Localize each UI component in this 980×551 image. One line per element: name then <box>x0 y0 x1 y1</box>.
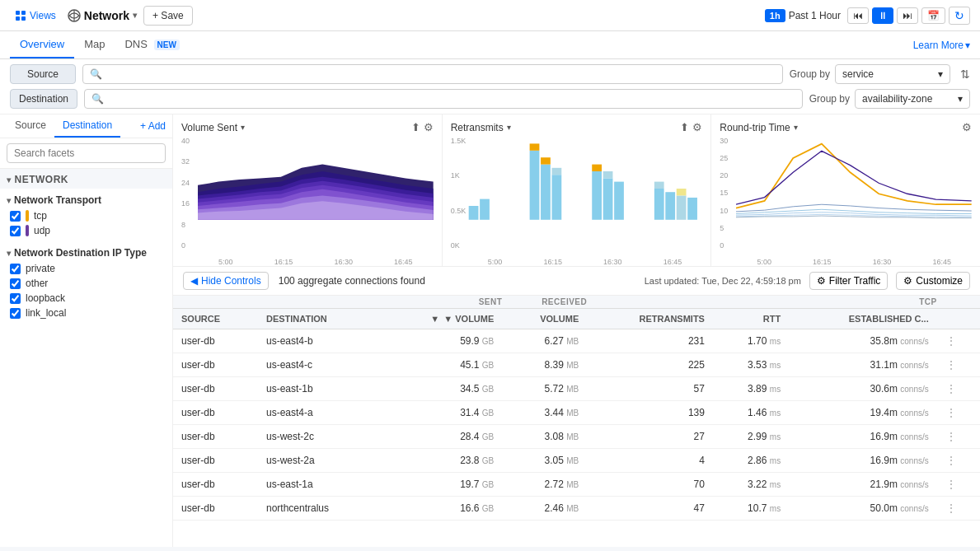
cell-menu[interactable]: ⋮ <box>937 473 980 497</box>
cell-menu[interactable]: ⋮ <box>937 329 980 353</box>
sidebar-tab-destination[interactable]: Destination <box>54 114 120 138</box>
cell-sent-volume: 31.4 GB <box>379 401 502 425</box>
cell-rtt: 3.89 ms <box>713 377 789 401</box>
volume-settings-button[interactable]: ⚙ <box>424 121 434 133</box>
views-button[interactable]: Views <box>10 7 61 25</box>
facet-private-label: private <box>26 263 55 274</box>
facet-tcp-checkbox[interactable] <box>10 211 21 222</box>
dns-new-badge: NEW <box>154 40 180 50</box>
sidebar-tabs: Source Destination + Add <box>0 114 172 138</box>
retransmits-chart-svg <box>467 137 703 220</box>
destination-input[interactable]: 🔍 <box>84 89 803 109</box>
transport-chevron-icon: ▾ <box>7 196 11 205</box>
cell-source: user-db <box>173 353 258 377</box>
volume-chart-panel: Volume Sent ▾ ⬆ ⚙ 4032241680 <box>173 114 443 266</box>
facet-private-checkbox[interactable] <box>10 264 21 274</box>
title-chevron-icon[interactable]: ▾ <box>133 11 137 20</box>
rtt-settings-button[interactable]: ⚙ <box>962 121 972 133</box>
col-rtt[interactable]: RTT <box>713 309 789 329</box>
search-facets-container <box>0 138 172 169</box>
refresh-button[interactable]: ↻ <box>949 7 970 25</box>
sort-icon[interactable]: ⇅ <box>960 68 970 81</box>
learn-more-chevron-icon: ▾ <box>965 40 970 51</box>
cell-recv-volume: 2.46 MB <box>502 497 587 521</box>
dest-ip-type-section: ▾ Network Destination IP Type private ot… <box>0 241 172 324</box>
cell-menu[interactable]: ⋮ <box>937 449 980 473</box>
col-established[interactable]: ESTABLISHED C... <box>789 309 937 329</box>
col-retransmits[interactable]: RETRANSMITS <box>587 309 713 329</box>
cell-menu[interactable]: ⋮ <box>937 401 980 425</box>
page-title: Network <box>84 9 129 22</box>
facet-other-checkbox[interactable] <box>10 278 21 289</box>
filter-icon: ⚙ <box>817 275 826 287</box>
views-icon <box>15 10 26 21</box>
cell-recv-volume: 8.39 MB <box>502 353 587 377</box>
cell-destination: us-east4-c <box>258 353 379 377</box>
volume-dropdown-icon[interactable]: ▾ <box>241 123 245 132</box>
retransmits-dropdown-icon[interactable]: ▾ <box>507 123 511 132</box>
cell-retransmits: 70 <box>587 473 713 497</box>
table-row: user-db northcentralus 16.6 GB 2.46 MB 4… <box>173 497 980 521</box>
dest-ip-type-header[interactable]: ▾ Network Destination IP Type <box>7 245 166 261</box>
time-label: Past 1 Hour <box>789 10 841 21</box>
col-source[interactable]: SOURCE <box>173 309 258 329</box>
source-input[interactable]: 🔍 <box>82 64 783 84</box>
calendar-button[interactable]: 📅 <box>921 7 945 24</box>
save-button[interactable]: + Save <box>143 6 193 26</box>
col-volume[interactable]: ▼ ▼ VOLUME <box>379 309 502 329</box>
svg-rect-1 <box>21 11 26 15</box>
facet-tcp-label: tcp <box>34 210 47 222</box>
network-transport-header[interactable]: ▾ Network Transport <box>7 192 166 208</box>
cell-recv-volume: 3.08 MB <box>502 425 587 449</box>
customize-icon: ⚙ <box>903 275 912 287</box>
cell-destination: northcentralus <box>258 497 379 521</box>
svg-rect-31 <box>676 189 686 195</box>
destination-group-by-select[interactable]: availability-zone ▾ <box>855 89 970 109</box>
source-label: Source <box>10 64 76 84</box>
add-facet-button[interactable]: + Add <box>140 114 166 138</box>
retransmits-settings-button[interactable]: ⚙ <box>692 121 702 133</box>
cell-menu[interactable]: ⋮ <box>937 425 980 449</box>
cell-menu[interactable]: ⋮ <box>937 353 980 377</box>
source-group-chevron-icon: ▾ <box>938 68 943 80</box>
tab-map[interactable]: Map <box>74 31 115 58</box>
search-facets-input[interactable] <box>7 143 166 163</box>
cell-established: 50.0m conns/s <box>789 497 937 521</box>
cell-destination: us-west-2c <box>258 425 379 449</box>
svg-rect-0 <box>16 11 20 15</box>
pause-button[interactable]: ⏸ <box>872 7 893 24</box>
destination-group-chevron-icon: ▾ <box>958 93 963 105</box>
facet-private: private <box>7 261 166 276</box>
cell-recv-volume: 3.05 MB <box>502 449 587 473</box>
col-received-volume[interactable]: VOLUME <box>502 309 587 329</box>
skip-forward-button[interactable]: ⏭ <box>897 7 918 24</box>
source-group-by-select[interactable]: service ▾ <box>835 64 950 84</box>
top-bar: Views Network ▾ + Save 1h Past 1 Hour ⏮ … <box>0 0 980 31</box>
customize-button[interactable]: ⚙ Customize <box>896 272 970 290</box>
hide-controls-icon: ◀ <box>190 275 198 287</box>
cell-sent-volume: 34.5 GB <box>379 377 502 401</box>
tab-overview[interactable]: Overview <box>10 31 74 58</box>
filter-traffic-button[interactable]: ⚙ Filter Traffic <box>809 272 888 290</box>
cell-menu[interactable]: ⋮ <box>937 377 980 401</box>
learn-more-button[interactable]: Learn More ▾ <box>913 40 970 51</box>
facet-loopback-checkbox[interactable] <box>10 293 21 304</box>
cell-retransmits: 27 <box>587 425 713 449</box>
filter-area: Source 🔍 Group by service ▾ ⇅ Destinatio… <box>0 59 980 114</box>
volume-export-button[interactable]: ⬆ <box>411 121 420 133</box>
skip-back-button[interactable]: ⏮ <box>847 7 869 24</box>
cell-source: user-db <box>173 449 258 473</box>
sidebar-tab-source[interactable]: Source <box>7 114 54 138</box>
facet-link-local-checkbox[interactable] <box>10 308 21 319</box>
tab-dns[interactable]: DNS NEW <box>115 31 189 58</box>
cell-menu[interactable]: ⋮ <box>937 497 980 521</box>
hide-controls-button[interactable]: ◀ Hide Controls <box>183 272 269 290</box>
network-section-chevron-icon: ▾ <box>7 175 12 184</box>
rtt-chart-title: Round-trip Time <box>720 122 790 133</box>
rtt-dropdown-icon[interactable]: ▾ <box>794 123 798 132</box>
retransmits-export-button[interactable]: ⬆ <box>680 121 689 133</box>
facet-loopback: loopback <box>7 291 166 306</box>
facet-other-label: other <box>26 278 48 289</box>
facet-udp-checkbox[interactable] <box>10 226 21 236</box>
col-destination[interactable]: DESTINATION <box>258 309 379 329</box>
